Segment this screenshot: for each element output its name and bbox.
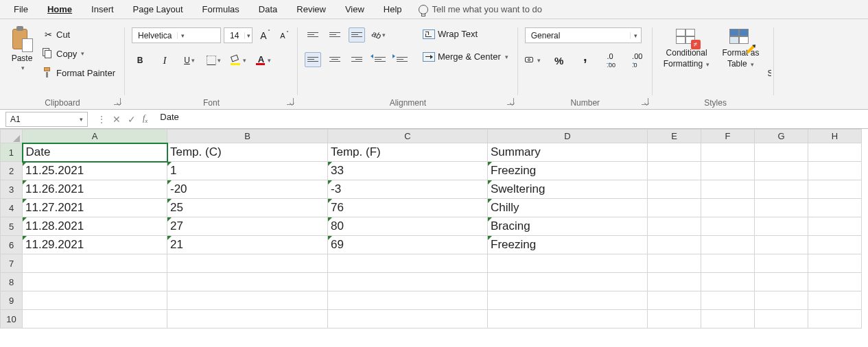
bold-button[interactable]: B: [132, 53, 148, 68]
cell-C3[interactable]: -3: [328, 180, 488, 199]
menu-file[interactable]: File: [4, 1, 38, 17]
percent-button[interactable]: [551, 53, 567, 68]
col-header-D[interactable]: D: [488, 130, 648, 143]
cell-G7[interactable]: [755, 254, 808, 273]
chevron-down-icon[interactable]: ▾: [749, 61, 754, 68]
align-center-button[interactable]: [327, 52, 343, 67]
row-header-10[interactable]: 10: [1, 310, 23, 328]
row-header-3[interactable]: 3: [1, 180, 23, 199]
paste-button[interactable]: Paste ▾: [7, 25, 37, 73]
cell-C2[interactable]: 33: [328, 162, 488, 180]
chevron-down-icon[interactable]: ▾: [242, 57, 246, 64]
menu-formulas[interactable]: Formulas: [193, 1, 249, 17]
cell-A8[interactable]: [23, 273, 167, 291]
cancel-formula-button[interactable]: ✕: [113, 114, 121, 125]
cell-E9[interactable]: [648, 291, 701, 310]
chevron-down-icon[interactable]: ▾: [536, 57, 541, 64]
cell-H2[interactable]: [808, 162, 862, 180]
select-all-corner[interactable]: [1, 130, 23, 143]
align-bottom-button[interactable]: [349, 27, 365, 43]
cell-D4[interactable]: Chilly: [488, 199, 648, 217]
menu-data[interactable]: Data: [249, 1, 287, 17]
menu-review[interactable]: Review: [287, 1, 336, 17]
chevron-down-icon[interactable]: ▾: [20, 64, 25, 71]
cell-G3[interactable]: [755, 180, 808, 199]
accounting-format-button[interactable]: ▾: [525, 53, 541, 68]
wrap-text-button[interactable]: Wrap Text: [420, 27, 511, 40]
cell-C10[interactable]: [328, 310, 488, 328]
name-box[interactable]: A1 ▾: [5, 112, 88, 127]
menu-view[interactable]: View: [336, 1, 374, 17]
fill-color-button[interactable]: ▾: [231, 53, 247, 68]
cell-A1[interactable]: Date: [23, 143, 167, 162]
cell-G1[interactable]: [755, 143, 808, 162]
col-header-B[interactable]: B: [167, 130, 328, 143]
cell-A7[interactable]: [23, 254, 167, 273]
cell-D9[interactable]: [488, 291, 648, 310]
cell-B9[interactable]: [167, 291, 328, 310]
orientation-button[interactable]: ab▾: [371, 27, 387, 43]
cell-G4[interactable]: [755, 199, 808, 217]
chevron-down-icon[interactable]: ▾: [216, 57, 221, 64]
cell-B6[interactable]: 21: [167, 236, 328, 254]
row-header-9[interactable]: 9: [1, 291, 23, 310]
cell-A5[interactable]: 11.28.2021: [23, 217, 167, 236]
chevron-down-icon[interactable]: ▾: [266, 57, 271, 64]
increase-indent-button[interactable]: [392, 52, 409, 67]
col-header-G[interactable]: G: [755, 130, 808, 143]
cell-A3[interactable]: 11.26.2021: [23, 180, 167, 199]
cell-E6[interactable]: [648, 236, 701, 254]
dialog-launcher-icon[interactable]: [114, 98, 121, 105]
cell-F8[interactable]: [701, 273, 755, 291]
format-as-table-button[interactable]: Format as Table ▾: [718, 27, 763, 95]
cell-F4[interactable]: [701, 199, 755, 217]
col-header-A[interactable]: A: [23, 130, 167, 143]
chevron-down-icon[interactable]: ▾: [630, 32, 641, 39]
dialog-launcher-icon[interactable]: [507, 98, 514, 105]
fx-icon[interactable]: fx: [143, 113, 148, 124]
decrease-font-button[interactable]: A˅: [274, 28, 291, 43]
cell-F2[interactable]: [701, 162, 755, 180]
font-name-combo[interactable]: Helvetica▾: [132, 27, 221, 43]
accept-formula-button[interactable]: ✓: [128, 114, 136, 125]
format-painter-button[interactable]: Format Painter: [40, 66, 118, 80]
cell-C1[interactable]: Temp. (F): [328, 143, 488, 162]
cell-C4[interactable]: 76: [328, 199, 488, 217]
menu-page-layout[interactable]: Page Layout: [124, 1, 193, 17]
cell-D5[interactable]: Bracing: [488, 217, 648, 236]
dialog-launcher-icon[interactable]: [642, 98, 648, 105]
chevron-down-icon[interactable]: ▾: [705, 61, 709, 68]
col-header-H[interactable]: H: [808, 130, 862, 143]
cell-A6[interactable]: 11.29.2021: [23, 236, 167, 254]
cell-D6[interactable]: Freezing: [488, 236, 648, 254]
cell-B3[interactable]: -20: [167, 180, 328, 199]
decrease-indent-button[interactable]: [371, 52, 387, 67]
cell-B2[interactable]: 1: [167, 162, 328, 180]
align-middle-button[interactable]: [327, 27, 343, 43]
cell-A4[interactable]: 11.27.2021: [23, 199, 167, 217]
copy-button[interactable]: Copy ▾: [40, 47, 118, 60]
cell-C6[interactable]: 69: [328, 236, 488, 254]
cell-D7[interactable]: [488, 254, 648, 273]
cell-A9[interactable]: [23, 291, 167, 310]
col-header-C[interactable]: C: [328, 130, 488, 143]
italic-button[interactable]: I: [156, 53, 173, 68]
cell-G8[interactable]: [755, 273, 808, 291]
menu-insert[interactable]: Insert: [82, 1, 124, 17]
cell-B4[interactable]: 25: [167, 199, 328, 217]
font-size-combo[interactable]: 14▾: [224, 27, 253, 43]
cell-G9[interactable]: [755, 291, 808, 310]
increase-font-button[interactable]: A˄: [255, 28, 272, 43]
cell-D8[interactable]: [488, 273, 648, 291]
cell-H9[interactable]: [808, 291, 862, 310]
cell-E8[interactable]: [648, 273, 701, 291]
cell-H10[interactable]: [808, 310, 862, 328]
row-header-2[interactable]: 2: [1, 162, 23, 180]
row-header-1[interactable]: 1: [1, 143, 23, 162]
cell-B5[interactable]: 27: [167, 217, 328, 236]
row-header-6[interactable]: 6: [1, 236, 23, 254]
number-format-combo[interactable]: General▾: [525, 27, 642, 43]
cell-E4[interactable]: [648, 199, 701, 217]
formula-input[interactable]: Date: [154, 112, 868, 127]
cell-A2[interactable]: 11.25.2021: [23, 162, 167, 180]
